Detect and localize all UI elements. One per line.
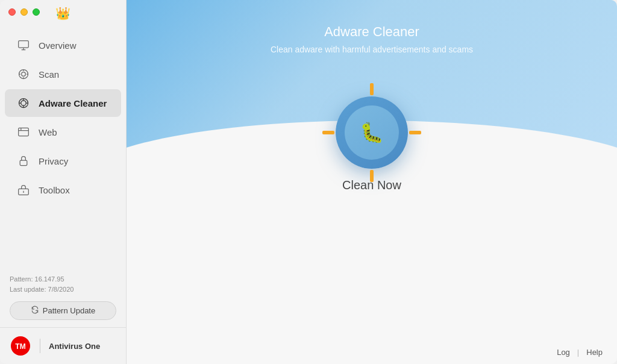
refresh-icon [31, 306, 39, 316]
crown-icon: 👑 [55, 6, 70, 20]
svg-point-2 [22, 72, 26, 77]
sidebar-item-overview[interactable]: Overview [5, 31, 121, 59]
sidebar-item-toolbox[interactable]: Toolbox [5, 176, 121, 204]
scan-icon [17, 67, 30, 81]
pattern-update-button[interactable]: Pattern Update [10, 301, 116, 320]
pattern-info: Pattern: 16.147.95 Last update: 7/8/2020 [10, 274, 116, 295]
minimize-button[interactable] [20, 8, 28, 16]
trend-micro-logo: TM [10, 335, 31, 357]
brand-bar: TM Antivirus One [0, 327, 126, 364]
nav-menu: Overview Scan Adware Cleaner [0, 30, 126, 265]
web-icon [17, 125, 30, 139]
sidebar-item-adware-cleaner-label: Adware Cleaner [39, 98, 107, 108]
crosshair-arm-bottom [370, 170, 374, 182]
sidebar-item-scan-label: Scan [39, 69, 59, 80]
hero-title: Adware Cleaner [324, 24, 419, 40]
monitor-icon [17, 39, 30, 52]
adware-cleaner-icon-inner: 🐛 [345, 105, 399, 160]
privacy-icon [17, 154, 30, 168]
toolbox-icon [17, 183, 30, 196]
footer-bar: Log | Help [127, 340, 617, 364]
sidebar-item-privacy-label: Privacy [39, 156, 68, 166]
adware-icon [17, 96, 30, 110]
svg-text:TM: TM [15, 342, 25, 351]
maximize-button[interactable] [33, 8, 40, 16]
brand-divider [40, 339, 40, 353]
close-button[interactable] [8, 8, 16, 16]
svg-rect-16 [20, 160, 27, 165]
svg-point-8 [21, 101, 26, 105]
sidebar-item-web[interactable]: Web [5, 118, 121, 146]
svg-rect-13 [19, 128, 29, 136]
main-content: Adware Cleaner Clean adware with harmful… [127, 0, 617, 364]
center-icon-area[interactable]: 🐛 Clean Now [336, 96, 408, 192]
log-link[interactable]: Log [557, 348, 570, 357]
sidebar-item-scan[interactable]: Scan [5, 60, 121, 88]
sidebar: 👑 Overview Scan [0, 0, 127, 364]
sidebar-bottom: Pattern: 16.147.95 Last update: 7/8/2020… [0, 265, 126, 327]
brand-name: Antivirus One [49, 342, 100, 351]
crosshair-arm-right [409, 131, 421, 134]
sidebar-item-adware-cleaner[interactable]: Adware Cleaner [5, 89, 121, 117]
sidebar-item-overview-label: Overview [39, 40, 77, 51]
sidebar-item-toolbox-label: Toolbox [39, 185, 70, 195]
footer-divider: | [577, 348, 579, 357]
help-link[interactable]: Help [586, 348, 603, 357]
pattern-version: Pattern: 16.147.95 [10, 274, 116, 285]
adware-cleaner-icon-outer[interactable]: 🐛 [336, 96, 408, 169]
bug-icon: 🐛 [360, 121, 384, 144]
pattern-date: Last update: 7/8/2020 [10, 284, 116, 295]
pattern-update-label: Pattern Update [43, 306, 95, 315]
hero-subtitle: Clean adware with harmful advertisements… [271, 45, 473, 54]
crosshair-arm-top [370, 83, 374, 95]
sidebar-item-web-label: Web [39, 127, 57, 137]
sidebar-item-privacy[interactable]: Privacy [5, 147, 121, 175]
svg-rect-0 [19, 41, 29, 48]
crosshair-arm-left [322, 131, 334, 134]
